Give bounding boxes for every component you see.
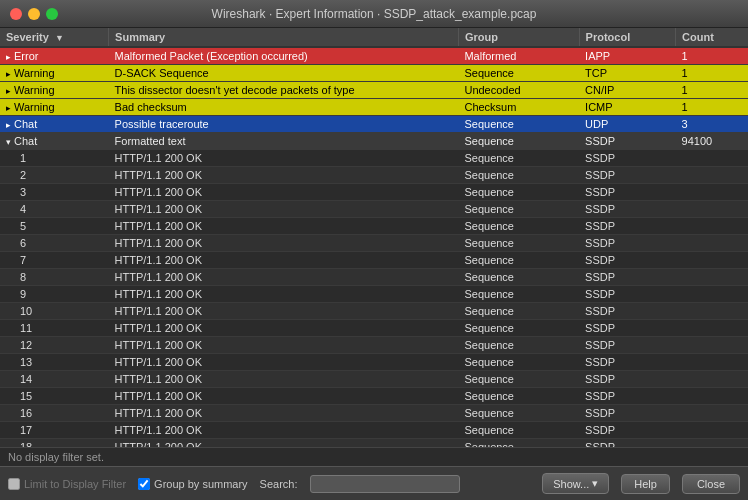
cell-severity: 16 bbox=[0, 405, 109, 422]
cell-summary: HTTP/1.1 200 OK bbox=[109, 201, 459, 218]
table-row[interactable]: 4HTTP/1.1 200 OKSequenceSSDP bbox=[0, 201, 748, 218]
cell-group: Sequence bbox=[458, 252, 579, 269]
close-button[interactable]: Close bbox=[682, 474, 740, 494]
cell-group: Sequence bbox=[458, 116, 579, 133]
table-row[interactable]: 15HTTP/1.1 200 OKSequenceSSDP bbox=[0, 388, 748, 405]
cell-protocol: SSDP bbox=[579, 269, 676, 286]
table-row[interactable]: 17HTTP/1.1 200 OKSequenceSSDP bbox=[0, 422, 748, 439]
search-label: Search: bbox=[260, 478, 298, 490]
sort-arrow-severity: ▼ bbox=[55, 33, 64, 43]
table-row[interactable]: 18HTTP/1.1 200 OKSequenceSSDP bbox=[0, 439, 748, 448]
group-summary-checkbox[interactable] bbox=[138, 478, 150, 490]
header-count[interactable]: Count bbox=[676, 28, 748, 47]
table-row[interactable]: 1HTTP/1.1 200 OKSequenceSSDP bbox=[0, 150, 748, 167]
cell-severity: ▸Error bbox=[0, 48, 109, 65]
header-group[interactable]: Group bbox=[458, 28, 579, 47]
table-body: ▸ErrorMalformed Packet (Exception occurr… bbox=[0, 48, 748, 447]
cell-group: Sequence bbox=[458, 184, 579, 201]
table-row[interactable]: 3HTTP/1.1 200 OKSequenceSSDP bbox=[0, 184, 748, 201]
cell-group: Sequence bbox=[458, 320, 579, 337]
expand-arrow-icon[interactable]: ▸ bbox=[6, 103, 11, 113]
cell-severity: 18 bbox=[0, 439, 109, 448]
header-protocol[interactable]: Protocol bbox=[579, 28, 676, 47]
cell-protocol: SSDP bbox=[579, 388, 676, 405]
table-row[interactable]: ▸ChatPossible tracerouteSequenceUDP3 bbox=[0, 116, 748, 133]
cell-protocol: SSDP bbox=[579, 167, 676, 184]
cell-severity: 8 bbox=[0, 269, 109, 286]
cell-group: Sequence bbox=[458, 337, 579, 354]
cell-severity: 14 bbox=[0, 371, 109, 388]
close-window-button[interactable] bbox=[10, 8, 22, 20]
table-row[interactable]: 7HTTP/1.1 200 OKSequenceSSDP bbox=[0, 252, 748, 269]
cell-group: Sequence bbox=[458, 65, 579, 82]
cell-count bbox=[676, 320, 748, 337]
filter-status: No display filter set. bbox=[8, 451, 104, 463]
table-row[interactable]: 14HTTP/1.1 200 OKSequenceSSDP bbox=[0, 371, 748, 388]
cell-group: Sequence bbox=[458, 371, 579, 388]
table-row[interactable]: 5HTTP/1.1 200 OKSequenceSSDP bbox=[0, 218, 748, 235]
cell-summary: HTTP/1.1 200 OK bbox=[109, 218, 459, 235]
cell-summary: HTTP/1.1 200 OK bbox=[109, 422, 459, 439]
show-button[interactable]: Show... ▾ bbox=[542, 473, 609, 494]
table-row[interactable]: ▸WarningBad checksumChecksumICMP1 bbox=[0, 99, 748, 116]
table-row[interactable]: 16HTTP/1.1 200 OKSequenceSSDP bbox=[0, 405, 748, 422]
cell-summary: Possible traceroute bbox=[109, 116, 459, 133]
table-row[interactable]: ▾ChatFormatted textSequenceSSDP94100 bbox=[0, 133, 748, 150]
maximize-window-button[interactable] bbox=[46, 8, 58, 20]
cell-count bbox=[676, 388, 748, 405]
cell-count: 1 bbox=[676, 48, 748, 65]
table-row[interactable]: 13HTTP/1.1 200 OKSequenceSSDP bbox=[0, 354, 748, 371]
cell-count: 1 bbox=[676, 82, 748, 99]
cell-summary: This dissector doesn't yet decode packet… bbox=[109, 82, 459, 99]
window-controls[interactable] bbox=[10, 8, 58, 20]
cell-summary: HTTP/1.1 200 OK bbox=[109, 269, 459, 286]
expand-arrow-icon[interactable]: ▾ bbox=[6, 137, 11, 147]
table-row[interactable]: ▸ErrorMalformed Packet (Exception occurr… bbox=[0, 48, 748, 65]
cell-group: Undecoded bbox=[458, 82, 579, 99]
table-row[interactable]: 11HTTP/1.1 200 OKSequenceSSDP bbox=[0, 320, 748, 337]
expand-arrow-icon[interactable]: ▸ bbox=[6, 69, 11, 79]
cell-summary: HTTP/1.1 200 OK bbox=[109, 286, 459, 303]
cell-count bbox=[676, 371, 748, 388]
expert-info-table: Severity ▼ Summary Group Protocol Count bbox=[0, 28, 748, 48]
cell-count: 1 bbox=[676, 99, 748, 116]
table-row[interactable]: 9HTTP/1.1 200 OKSequenceSSDP bbox=[0, 286, 748, 303]
cell-group: Sequence bbox=[458, 235, 579, 252]
cell-summary: HTTP/1.1 200 OK bbox=[109, 388, 459, 405]
cell-protocol: SSDP bbox=[579, 286, 676, 303]
help-button[interactable]: Help bbox=[621, 474, 670, 494]
expand-arrow-icon[interactable]: ▸ bbox=[6, 86, 11, 96]
table-row[interactable]: 2HTTP/1.1 200 OKSequenceSSDP bbox=[0, 167, 748, 184]
table-row[interactable]: 6HTTP/1.1 200 OKSequenceSSDP bbox=[0, 235, 748, 252]
group-summary-label[interactable]: Group by summary bbox=[138, 478, 248, 490]
header-severity[interactable]: Severity ▼ bbox=[0, 28, 109, 47]
minimize-window-button[interactable] bbox=[28, 8, 40, 20]
cell-severity: 1 bbox=[0, 150, 109, 167]
table-row[interactable]: 10HTTP/1.1 200 OKSequenceSSDP bbox=[0, 303, 748, 320]
cell-count bbox=[676, 439, 748, 448]
table-row[interactable]: 8HTTP/1.1 200 OKSequenceSSDP bbox=[0, 269, 748, 286]
cell-protocol: SSDP bbox=[579, 133, 676, 150]
table-row[interactable]: ▸WarningD-SACK SequenceSequenceTCP1 bbox=[0, 65, 748, 82]
limit-filter-checkbox[interactable] bbox=[8, 478, 20, 490]
table-body-wrapper[interactable]: ▸ErrorMalformed Packet (Exception occurr… bbox=[0, 48, 748, 447]
cell-group: Sequence bbox=[458, 388, 579, 405]
cell-severity: 4 bbox=[0, 201, 109, 218]
table-row[interactable]: 12HTTP/1.1 200 OKSequenceSSDP bbox=[0, 337, 748, 354]
cell-protocol: SSDP bbox=[579, 235, 676, 252]
cell-count bbox=[676, 422, 748, 439]
title-bar: Wireshark · Expert Information · SSDP_at… bbox=[0, 0, 748, 28]
cell-count bbox=[676, 184, 748, 201]
cell-summary: HTTP/1.1 200 OK bbox=[109, 439, 459, 448]
header-summary[interactable]: Summary bbox=[109, 28, 459, 47]
cell-protocol: SSDP bbox=[579, 405, 676, 422]
expand-arrow-icon[interactable]: ▸ bbox=[6, 120, 11, 130]
search-input[interactable] bbox=[310, 475, 460, 493]
cell-summary: Bad checksum bbox=[109, 99, 459, 116]
cell-group: Sequence bbox=[458, 405, 579, 422]
limit-filter-label[interactable]: Limit to Display Filter bbox=[8, 478, 126, 490]
cell-count bbox=[676, 405, 748, 422]
table-header: Severity ▼ Summary Group Protocol Count bbox=[0, 28, 748, 47]
expand-arrow-icon[interactable]: ▸ bbox=[6, 52, 11, 62]
table-row[interactable]: ▸WarningThis dissector doesn't yet decod… bbox=[0, 82, 748, 99]
